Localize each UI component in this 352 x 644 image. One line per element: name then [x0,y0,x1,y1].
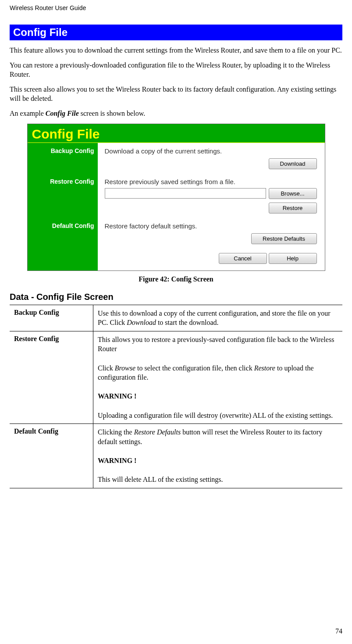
restore-defaults-button[interactable]: Restore Defaults [251,233,317,244]
figure-bottom-spacer [28,249,98,270]
download-button[interactable]: Download [269,158,317,169]
intro-paragraph-2: You can restore a previously-downloaded … [10,60,342,79]
figure-label-default: Default Config [28,218,98,249]
data-row-name: Default Config [10,424,93,488]
data-row-description: This allows you to restore a previously-… [93,331,343,423]
figure-caption: Figure 42: Config Screen [10,275,342,283]
figure-label-backup: Backup Config [28,143,98,174]
figure-row-default: Default Config Restore factory default s… [28,218,325,249]
file-input-row: Browse... [105,188,317,199]
table-row: Default ConfigClicking the Restore Defau… [10,424,342,488]
figure-text-restore: Restore previously saved settings from a… [105,178,317,185]
data-row-name: Backup Config [10,305,93,331]
example-line: An example Config File screen is shown b… [10,109,342,118]
document-page: Wireless Router User Guide Config File T… [0,0,352,644]
table-row: Backup ConfigUse this to download a copy… [10,305,342,331]
figure-bottom-row: Cancel Help [28,249,325,270]
data-table-heading: Data - Config File Screen [10,292,342,302]
restore-button[interactable]: Restore [269,203,317,213]
config-screen-figure: Config File Backup Config Download a cop… [27,124,325,271]
example-line-pre: An example [10,110,46,117]
example-line-post: screen is shown below. [79,110,145,117]
data-row-description: Use this to download a copy of the curre… [93,305,343,331]
data-row-description: Clicking the Restore Defaults button wil… [93,424,343,488]
intro-paragraph-3: This screen also allows you to set the W… [10,85,342,103]
browse-button[interactable]: Browse... [269,188,317,199]
table-row: Restore ConfigThis allows you to restore… [10,331,342,423]
data-row-name: Restore Config [10,331,93,423]
data-table: Backup ConfigUse this to download a copy… [10,305,342,488]
figure-text-default: Restore factory default settings. [105,222,317,230]
figure-row-backup: Backup Config Download a copy of the cur… [28,143,325,174]
example-line-em: Config File [46,110,79,117]
figure-row-restore: Restore Config Restore previously saved … [28,174,325,218]
help-button[interactable]: Help [269,253,317,264]
file-path-input[interactable] [105,188,266,199]
page-number: 74 [335,627,342,635]
section-title-bar: Config File [10,25,342,40]
figure-text-backup: Download a copy of the current settings. [105,147,317,155]
cancel-button[interactable]: Cancel [219,253,267,264]
figure-title: Config File [28,124,325,143]
figure-label-restore: Restore Config [28,174,98,218]
intro-paragraph-1: This feature allows you to download the … [10,46,342,55]
running-header: Wireless Router User Guide [10,4,342,11]
